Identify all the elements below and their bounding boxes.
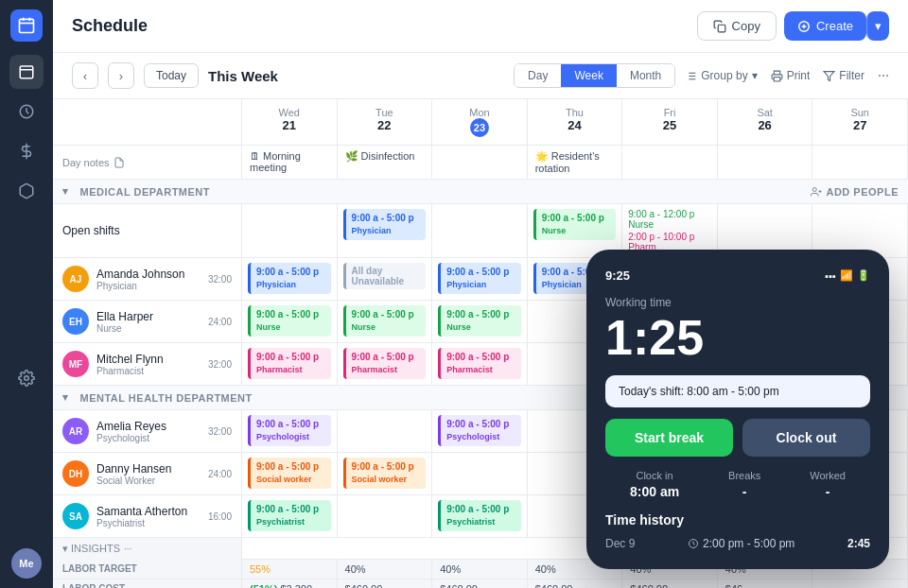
breaks-stat: Breaks -: [728, 470, 760, 499]
shift-label: Today's shift: 8:00 am - 5:00 pm: [619, 385, 779, 398]
copy-icon: [713, 20, 726, 33]
emp-info-mitchel: Mitchel Flynn Pharmacist: [96, 353, 201, 376]
shift-mitchel-tue[interactable]: 9:00 a - 5:00 pPharmacist: [338, 343, 433, 386]
shift-pill[interactable]: 9:00 a - 5:00 pPharmacist: [343, 348, 427, 379]
clock-in-label: Clock in: [630, 470, 679, 481]
shift-pill[interactable]: 9:00 a - 5:00 pPharmacist: [438, 348, 521, 379]
shift-pill[interactable]: 9:00 a - 5:00 pPsychiatrist: [248, 500, 331, 531]
create-button-group: Create ▾: [784, 11, 889, 41]
create-dropdown-button[interactable]: ▾: [866, 11, 889, 41]
toolbar-right: Group by ▾ Print Filter ⋯: [685, 69, 889, 82]
clock-in-stat: Clock in 8:00 am: [630, 470, 679, 499]
emp-hours-mitchel: 32:00: [208, 359, 232, 370]
day-note-sat: [718, 146, 813, 180]
view-tabs: Day Week Month: [514, 63, 675, 88]
emp-info-amelia: Amelia Reyes Psychologist: [96, 420, 201, 443]
shift-amanda-tue[interactable]: All dayUnavailable: [338, 258, 433, 301]
day-note-tue: 🌿 Disinfection: [338, 146, 433, 180]
shift-samanta-mon[interactable]: 9:00 a - 5:00 pPsychiatrist: [432, 495, 528, 538]
shift-ella-mon[interactable]: 9:00 a - 5:00 pNurse: [432, 301, 528, 343]
shift-pill[interactable]: 9:00 a - 5:00 pPsychiatrist: [438, 500, 521, 531]
sidebar-item-schedule[interactable]: [9, 55, 44, 89]
emp-info-danny: Danny Hansen Social Worker: [96, 462, 201, 486]
clock-stats: Clock in 8:00 am Breaks - Worked -: [605, 470, 870, 499]
shift-amanda-mon[interactable]: 9:00 a - 5:00 pPhysician: [432, 258, 528, 301]
toolbar: ‹ › Today This Week Day Week Month Group…: [53, 53, 908, 99]
prev-week-button[interactable]: ‹: [72, 62, 98, 89]
shift-amelia-wed[interactable]: 9:00 a - 5:00 pPsychologist: [242, 410, 338, 453]
emp-name-amanda: Amanda Johnson: [96, 268, 201, 281]
unavailable-pill[interactable]: All dayUnavailable: [343, 263, 427, 289]
avatar-danny: DH: [62, 460, 89, 487]
sidebar-item-flights[interactable]: [9, 174, 44, 208]
shift-amelia-mon[interactable]: 9:00 a - 5:00 pPsychologist: [432, 410, 528, 453]
more-options-button[interactable]: ⋯: [878, 69, 889, 82]
day-header-sun: Sun27: [812, 99, 908, 146]
svg-point-8: [25, 376, 29, 381]
breaks-value: -: [728, 484, 760, 499]
emp-info-ella: Ella Harper Nurse: [96, 310, 201, 334]
emp-hours-samanta: 16:00: [208, 511, 232, 522]
copy-button[interactable]: Copy: [697, 11, 777, 41]
shift-pill[interactable]: 9:00 a - 5:00 pSocial worker: [248, 458, 331, 489]
add-people-button[interactable]: Add people: [811, 186, 899, 198]
shift-mitchel-mon[interactable]: 9:00 a - 5:00 pPharmacist: [432, 343, 528, 386]
shift-pill[interactable]: 9:00 a - 5:00 pPhysician: [248, 263, 331, 294]
user-avatar[interactable]: Me: [11, 548, 42, 579]
employee-samanta: SA Samanta Atherton Psychiatrist 16:00: [53, 495, 242, 538]
employee-amelia: AR Amelia Reyes Psychologist 32:00: [53, 410, 242, 453]
sidebar: Me: [0, 0, 53, 588]
next-week-button[interactable]: ›: [108, 62, 134, 89]
employee-mitchel: MF Mitchel Flynn Pharmacist 32:00: [53, 343, 242, 386]
clock-out-button[interactable]: Clock out: [742, 419, 870, 457]
shift-pill[interactable]: 9:00 a - 5:00 pNurse: [343, 305, 427, 337]
open-shift-pill-tue[interactable]: 9:00 a - 5:00 pPhysician: [343, 209, 427, 240]
day-notes-label: Day notes: [53, 146, 242, 180]
emp-name-danny: Danny Hansen: [96, 462, 201, 476]
mobile-time: 9:25: [605, 268, 630, 283]
avatar-mitchel: MF: [62, 351, 89, 377]
tab-day[interactable]: Day: [515, 64, 561, 87]
sidebar-item-payroll[interactable]: [9, 134, 44, 168]
start-break-button[interactable]: Start break: [605, 419, 733, 457]
breaks-label: Breaks: [728, 470, 760, 481]
print-icon: [771, 70, 783, 82]
day-header-mon: Mon23: [432, 99, 528, 146]
tab-month[interactable]: Month: [617, 64, 674, 87]
emp-name-mitchel: Mitchel Flynn: [96, 353, 201, 366]
shift-mitchel-wed[interactable]: 9:00 a - 5:00 pPharmacist: [242, 343, 338, 386]
shift-danny-tue[interactable]: 9:00 a - 5:00 pSocial worker: [338, 453, 433, 495]
employee-amanda: AJ Amanda Johnson Physician 32:00: [53, 258, 242, 301]
notes-icon: [114, 157, 125, 168]
group-by-button[interactable]: Group by ▾: [685, 69, 757, 82]
shift-ella-wed[interactable]: 9:00 a - 5:00 pNurse: [242, 301, 338, 343]
shift-danny-wed[interactable]: 9:00 a - 5:00 pSocial worker: [242, 453, 338, 495]
shift-pill[interactable]: 9:00 a - 5:00 pPhysician: [438, 263, 521, 294]
shift-amanda-wed[interactable]: 9:00 a - 5:00 pPhysician: [242, 258, 338, 301]
print-button[interactable]: Print: [771, 69, 811, 82]
today-button[interactable]: Today: [144, 63, 199, 88]
emp-role-danny: Social Worker: [96, 476, 201, 486]
sidebar-item-time[interactable]: [9, 95, 44, 129]
open-shift-pill-thu[interactable]: 9:00 a - 5:00 pNurse: [533, 209, 617, 240]
shift-pill[interactable]: 9:00 a - 5:00 pNurse: [248, 305, 331, 337]
shift-pill[interactable]: 9:00 a - 5:00 pPsychologist: [438, 415, 521, 446]
filter-button[interactable]: Filter: [823, 69, 864, 82]
shift-samanta-tue: [338, 495, 433, 538]
avatar-amelia: AR: [62, 418, 89, 444]
shift-samanta-wed[interactable]: 9:00 a - 5:00 pPsychiatrist: [242, 495, 338, 538]
stat-labor-cost-fri: $460.00: [622, 579, 718, 588]
day-note-fri: [622, 146, 718, 180]
shift-pill[interactable]: 9:00 a - 5:00 pNurse: [438, 305, 521, 337]
shift-pill[interactable]: 9:00 a - 5:00 pPsychologist: [248, 415, 331, 446]
sidebar-item-settings[interactable]: [9, 361, 44, 395]
open-shift-tue[interactable]: 9:00 a - 5:00 pPhysician: [338, 204, 433, 258]
day-header-wed: Wed21: [242, 99, 338, 146]
app-logo: [10, 9, 43, 42]
create-button[interactable]: Create: [784, 11, 866, 41]
tab-week[interactable]: Week: [561, 64, 616, 87]
insights-label[interactable]: ▾ INSIGHTS ···: [53, 538, 242, 560]
shift-pill[interactable]: 9:00 a - 5:00 pPharmacist: [248, 348, 331, 379]
shift-ella-tue[interactable]: 9:00 a - 5:00 pNurse: [338, 301, 433, 343]
shift-pill[interactable]: 9:00 a - 5:00 pSocial worker: [343, 458, 427, 489]
